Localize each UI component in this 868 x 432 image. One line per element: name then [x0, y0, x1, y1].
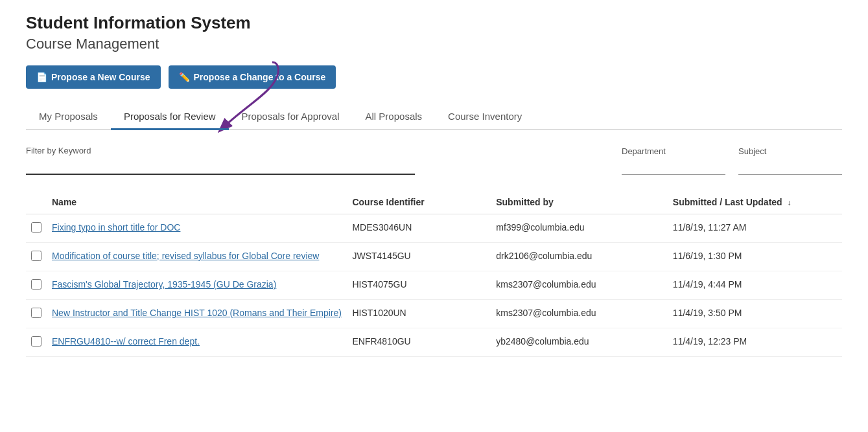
row-checkbox[interactable]: [31, 222, 41, 233]
row-identifier-cell: JWST4145GU: [347, 243, 491, 271]
propose-change-course-button[interactable]: ✏️ Propose a Change to a Course: [169, 65, 336, 89]
row-identifier-cell: HIST4075GU: [347, 271, 491, 300]
tab-proposals-for-review-label: Proposals for Review: [124, 111, 216, 122]
row-checkbox-cell: [26, 271, 47, 300]
row-name-cell: Fascism's Global Trajectory, 1935-1945 (…: [47, 271, 347, 300]
subject-filter-label: Subject: [738, 146, 842, 156]
row-date-cell: 11/8/19, 11:27 AM: [668, 214, 842, 243]
tab-my-proposals[interactable]: My Proposals: [26, 104, 111, 130]
row-checkbox[interactable]: [31, 251, 41, 261]
col-header-checkbox: [26, 190, 47, 214]
app-title: Student Information System: [26, 13, 842, 33]
row-date-cell: 11/4/19, 4:44 PM: [668, 271, 842, 300]
table-row: Fascism's Global Trajectory, 1935-1945 (…: [26, 271, 842, 300]
table-row: Modification of course title; revised sy…: [26, 243, 842, 271]
tabs-container: My Proposals Proposals for Review Propos…: [26, 104, 842, 130]
row-name-cell: Modification of course title; revised sy…: [47, 243, 347, 271]
col-header-date: Submitted / Last Updated ↓: [668, 190, 842, 214]
change-course-icon: ✏️: [179, 72, 190, 82]
col-header-identifier: Course Identifier: [347, 190, 491, 214]
keyword-filter-label: Filter by Keyword: [26, 146, 415, 155]
row-submitted-by-cell: mf399@columbia.edu: [491, 214, 668, 243]
keyword-filter-input[interactable]: [26, 158, 415, 175]
proposals-table: Name Course Identifier Submitted by Subm…: [26, 190, 842, 357]
subject-filter-group: Subject: [738, 146, 842, 175]
row-checkbox[interactable]: [31, 308, 41, 318]
col-header-name: Name: [47, 190, 347, 214]
tab-all-proposals-label: All Proposals: [366, 111, 423, 122]
propose-change-label: Propose a Change to a Course: [194, 72, 326, 82]
row-identifier-cell: HIST1020UN: [347, 300, 491, 328]
row-checkbox[interactable]: [31, 279, 41, 290]
tab-my-proposals-label: My Proposals: [39, 111, 98, 122]
table-row: ENFRGU4810--w/ correct Fren dept. ENFR48…: [26, 328, 842, 357]
filters-row: Filter by Keyword Department Subject: [26, 146, 842, 175]
row-identifier-cell: ENFR4810GU: [347, 328, 491, 357]
page-subtitle: Course Management: [26, 36, 842, 52]
tab-all-proposals[interactable]: All Proposals: [353, 104, 436, 130]
row-submitted-by-cell: yb2480@columbia.edu: [491, 328, 668, 357]
row-name-cell: Fixing typo in short title for DOC: [47, 214, 347, 243]
tab-course-inventory[interactable]: Course Inventory: [435, 104, 535, 130]
col-header-submitted-by: Submitted by: [491, 190, 668, 214]
subject-filter-input[interactable]: [738, 159, 842, 175]
propose-new-label: Propose a New Course: [51, 72, 150, 82]
action-buttons-container: 📄 Propose a New Course ✏️ Propose a Chan…: [26, 65, 842, 89]
row-checkbox-cell: [26, 300, 47, 328]
proposal-link[interactable]: Fixing typo in short title for DOC: [52, 222, 180, 233]
row-date-cell: 11/4/19, 3:50 PM: [668, 300, 842, 328]
row-checkbox-cell: [26, 328, 47, 357]
row-name-cell: New Instructor and Title Change HIST 102…: [47, 300, 347, 328]
tab-proposals-for-review[interactable]: Proposals for Review: [111, 104, 229, 130]
proposal-link[interactable]: Modification of course title; revised sy…: [52, 251, 319, 261]
proposal-link[interactable]: Fascism's Global Trajectory, 1935-1945 (…: [52, 279, 276, 290]
sort-arrow-icon: ↓: [788, 198, 792, 207]
table-row: Fixing typo in short title for DOC MDES3…: [26, 214, 842, 243]
propose-new-course-button[interactable]: 📄 Propose a New Course: [26, 65, 161, 89]
row-name-cell: ENFRGU4810--w/ correct Fren dept.: [47, 328, 347, 357]
proposal-link[interactable]: ENFRGU4810--w/ correct Fren dept.: [52, 336, 200, 347]
row-identifier-cell: MDES3046UN: [347, 214, 491, 243]
row-checkbox-cell: [26, 214, 47, 243]
row-date-cell: 11/4/19, 12:23 PM: [668, 328, 842, 357]
row-submitted-by-cell: drk2106@columbia.edu: [491, 243, 668, 271]
department-filter-label: Department: [622, 146, 725, 156]
department-filter-input[interactable]: [622, 159, 725, 175]
row-checkbox-cell: [26, 243, 47, 271]
row-date-cell: 11/6/19, 1:30 PM: [668, 243, 842, 271]
row-submitted-by-cell: kms2307@columbia.edu: [491, 300, 668, 328]
tab-proposals-for-approval[interactable]: Proposals for Approval: [229, 104, 353, 130]
table-row: New Instructor and Title Change HIST 102…: [26, 300, 842, 328]
department-filter-group: Department: [622, 146, 725, 175]
keyword-filter-group: Filter by Keyword: [26, 146, 415, 175]
row-submitted-by-cell: kms2307@columbia.edu: [491, 271, 668, 300]
tab-course-inventory-label: Course Inventory: [448, 111, 522, 122]
proposal-link[interactable]: New Instructor and Title Change HIST 102…: [52, 308, 342, 318]
new-course-icon: 📄: [36, 72, 47, 82]
tab-proposals-for-approval-label: Proposals for Approval: [242, 111, 340, 122]
row-checkbox[interactable]: [31, 336, 41, 347]
